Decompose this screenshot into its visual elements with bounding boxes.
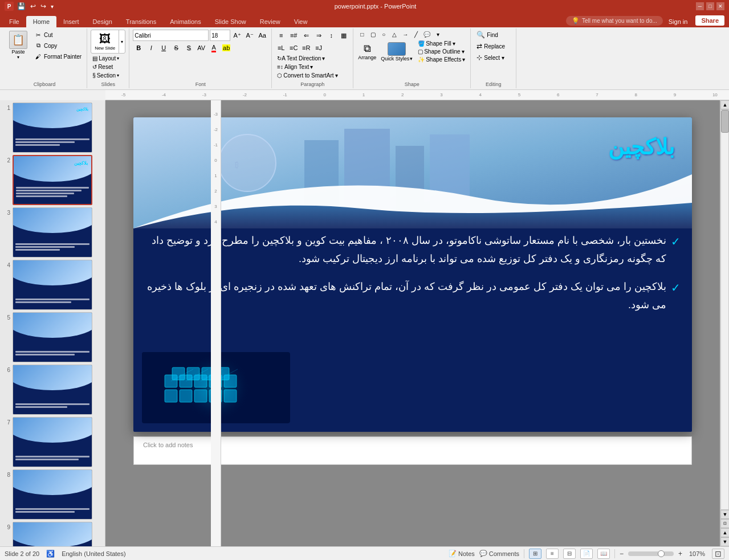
- tab-view[interactable]: View: [287, 16, 315, 27]
- scroll-up-button[interactable]: ▲: [720, 100, 729, 109]
- rectangle-shape[interactable]: □: [357, 30, 367, 39]
- signin-button[interactable]: Sign in: [663, 16, 694, 27]
- quick-styles-button[interactable]: Quick Styles ▾: [380, 41, 414, 63]
- tell-me-input[interactable]: 💡 Tell me what you want to do...: [566, 16, 663, 26]
- reset-button[interactable]: ↺ Reset: [91, 63, 125, 71]
- more-shapes-button[interactable]: ▾: [433, 30, 443, 39]
- decrease-indent-button[interactable]: ⇐: [300, 30, 312, 41]
- numbered-list-button[interactable]: ≡#: [288, 30, 299, 41]
- reading-view-button[interactable]: 📖: [597, 549, 610, 559]
- slide-thumbnail-2[interactable]: 2 بلاکچین: [2, 155, 103, 205]
- scroll-prev-button[interactable]: ▲: [720, 528, 729, 537]
- increase-indent-button[interactable]: ⇒: [313, 30, 324, 41]
- copy-button[interactable]: ⧉ Copy: [32, 40, 83, 51]
- decrease-font-button[interactable]: A⁻: [244, 30, 255, 41]
- shape-fill-button[interactable]: 🪣 Shape Fill ▾: [416, 40, 467, 47]
- vertical-scrollbar[interactable]: ▲ ▼ ⊡ ▲ ▼: [720, 100, 729, 546]
- arrange-button[interactable]: ⧉ Arrange: [357, 42, 377, 62]
- scroll-thumb[interactable]: [721, 110, 729, 133]
- font-family-input[interactable]: [133, 30, 209, 41]
- fit-button[interactable]: ⊡: [720, 519, 729, 528]
- notes-page-button[interactable]: 📄: [580, 549, 593, 559]
- replace-button[interactable]: ⇄ Replace: [474, 41, 512, 51]
- scroll-down-button[interactable]: ▼: [720, 510, 729, 519]
- strikethrough-button[interactable]: S: [170, 42, 182, 54]
- text-direction-button[interactable]: ↻A Text Direction ▾: [275, 55, 327, 62]
- new-slide-dropdown-arrow[interactable]: ▾: [119, 30, 125, 53]
- shape-outline-button[interactable]: ▢ Shape Outline ▾: [416, 48, 467, 55]
- paste-button[interactable]: 📋 Paste ▾: [6, 30, 31, 61]
- slide-thumbnail-5[interactable]: 5: [2, 312, 103, 362]
- tab-file[interactable]: File: [2, 16, 26, 27]
- tab-animations[interactable]: Animations: [163, 16, 207, 27]
- zoom-thumb[interactable]: [658, 550, 665, 557]
- slide-thumbnail-9[interactable]: 9: [2, 522, 103, 546]
- align-left-button[interactable]: ≡L: [275, 42, 287, 54]
- italic-button[interactable]: I: [145, 42, 157, 54]
- line-spacing-button[interactable]: ↕: [325, 30, 337, 41]
- zoom-in-button[interactable]: +: [678, 550, 682, 558]
- shadow-button[interactable]: S: [183, 42, 194, 54]
- zoom-slider[interactable]: [628, 551, 674, 556]
- slide-thumbnail-6[interactable]: 6: [2, 365, 103, 415]
- share-button[interactable]: Share: [695, 15, 724, 26]
- oval-shape[interactable]: ○: [378, 30, 389, 39]
- restore-button[interactable]: □: [706, 2, 714, 10]
- align-right-button[interactable]: ≡R: [300, 42, 312, 54]
- arrow-shape[interactable]: →: [400, 30, 410, 39]
- align-text-button[interactable]: ≡↕ Align Text ▾: [275, 63, 315, 71]
- format-painter-button[interactable]: 🖌 Format Painter: [32, 51, 83, 62]
- tab-insert[interactable]: Insert: [56, 16, 86, 27]
- tab-design[interactable]: Design: [86, 16, 119, 27]
- tab-slideshow[interactable]: Slide Show: [208, 16, 253, 27]
- highlight-button[interactable]: ab: [221, 42, 232, 54]
- increase-font-button[interactable]: A⁺: [231, 30, 243, 41]
- shape-effects-button[interactable]: ✨ Shape Effects ▾: [416, 56, 467, 63]
- tab-home[interactable]: Home: [26, 16, 56, 27]
- scroll-track[interactable]: [720, 109, 729, 510]
- new-slide-button[interactable]: 🖼 New Slide ▾: [91, 30, 125, 54]
- tab-review[interactable]: Review: [253, 16, 287, 27]
- slide-thumbnail-3[interactable]: 3: [2, 207, 103, 257]
- line-shape[interactable]: ╱: [411, 30, 421, 39]
- slide-thumbnail-7[interactable]: 7: [2, 417, 103, 467]
- save-button[interactable]: 💾: [16, 1, 27, 11]
- convert-smartart-button[interactable]: ⬡ Convert to SmartArt ▾: [275, 72, 339, 79]
- font-color-button[interactable]: A: [208, 42, 219, 54]
- char-spacing-button[interactable]: AV: [196, 42, 207, 54]
- callout-shape[interactable]: 💬: [422, 30, 432, 39]
- cut-button[interactable]: ✂ Cut: [32, 30, 83, 40]
- align-center-button[interactable]: ≡C: [288, 42, 299, 54]
- outline-view-button[interactable]: ≡: [546, 549, 559, 559]
- comments-button[interactable]: 💬 Comments: [479, 550, 519, 557]
- zoom-out-button[interactable]: −: [620, 550, 624, 558]
- justify-button[interactable]: ≡J: [313, 42, 324, 54]
- section-button[interactable]: § Section ▾: [91, 72, 125, 79]
- slide-thumbnail-8[interactable]: 8: [2, 469, 103, 520]
- zoom-level[interactable]: 107%: [687, 550, 707, 557]
- select-button[interactable]: ⊹ Select ▾: [474, 52, 512, 63]
- underline-button[interactable]: U: [158, 42, 169, 54]
- rounded-rect-shape[interactable]: ▢: [368, 30, 378, 39]
- close-button[interactable]: ✕: [716, 2, 724, 10]
- bullet-list-button[interactable]: ≡: [275, 30, 287, 41]
- normal-view-button[interactable]: ⊞: [529, 549, 541, 559]
- bold-button[interactable]: B: [133, 42, 144, 54]
- find-button[interactable]: 🔍 Find: [474, 30, 512, 40]
- minimize-button[interactable]: ─: [696, 2, 704, 10]
- scroll-next-button[interactable]: ▼: [720, 537, 729, 546]
- columns-button[interactable]: ▦: [338, 30, 349, 41]
- layout-button[interactable]: ▤ Layout ▾: [91, 55, 125, 62]
- slide-thumbnail-1[interactable]: 1 بلاکچین: [2, 103, 103, 153]
- customize-qat-button[interactable]: ▾: [50, 2, 55, 11]
- fit-slide-button[interactable]: ⊡: [712, 549, 724, 559]
- redo-button[interactable]: ↪: [39, 1, 47, 11]
- slide-thumbnail-4[interactable]: 4: [2, 260, 103, 310]
- notes-button[interactable]: 📝 Notes: [449, 550, 475, 557]
- font-size-input[interactable]: [210, 30, 230, 41]
- undo-button[interactable]: ↩: [29, 1, 37, 11]
- tab-transitions[interactable]: Transitions: [119, 16, 163, 27]
- clear-format-button[interactable]: Aa: [256, 30, 268, 41]
- slide-sorter-button[interactable]: ⊟: [563, 549, 576, 559]
- triangle-shape[interactable]: △: [389, 30, 400, 39]
